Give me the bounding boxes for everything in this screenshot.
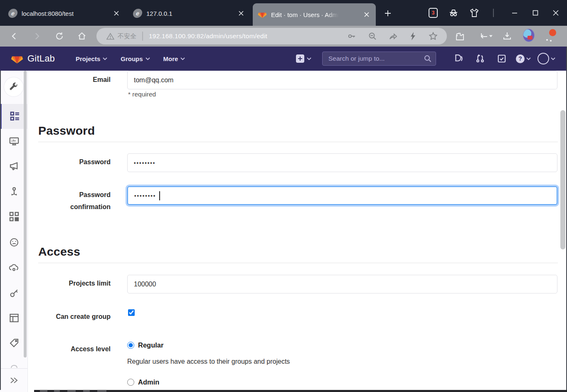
regular-option-description: Regular users have access to their group… bbox=[127, 358, 290, 365]
user-edit-form: Email * required Password Password Passw… bbox=[28, 71, 560, 392]
update-notification-badge bbox=[549, 29, 556, 36]
nav-more-menu[interactable]: More bbox=[158, 52, 190, 66]
password-confirmation-input[interactable] bbox=[127, 186, 557, 205]
reload-button[interactable] bbox=[54, 30, 65, 42]
projects-limit-input[interactable] bbox=[127, 275, 557, 293]
regular-radio[interactable] bbox=[127, 342, 134, 349]
browser-menu-button[interactable] bbox=[545, 30, 556, 42]
chevron-down-icon bbox=[307, 57, 311, 60]
address-bar[interactable]: 不安全 192.168.100.90:82/admin/users/tom/ed… bbox=[96, 28, 447, 44]
password-section-title: Password bbox=[38, 124, 95, 138]
tab-counter-extension-icon[interactable]: 3 bbox=[427, 7, 439, 19]
taskbar-sliver bbox=[34, 390, 567, 392]
chevron-down-icon bbox=[526, 57, 531, 60]
share-icon[interactable] bbox=[389, 32, 398, 41]
monitor-icon bbox=[9, 136, 19, 146]
sad-face-icon bbox=[9, 237, 19, 247]
tab-title: localhost:8080/test bbox=[22, 10, 74, 17]
gitlab-navbar: GitLab Projects Groups More bbox=[0, 47, 567, 71]
browser-titlebar: e localhost:8080/test e 127.0.0.1 bbox=[0, 0, 567, 26]
collections-undo-icon[interactable] bbox=[476, 30, 496, 42]
access-level-option-regular[interactable]: Regular bbox=[127, 341, 163, 349]
password-key-icon[interactable] bbox=[347, 32, 356, 41]
password-confirmation-label: Password bbox=[28, 191, 111, 199]
gitlab-logo[interactable]: GitLab bbox=[11, 53, 55, 65]
email-required-hint: * required bbox=[128, 91, 156, 98]
admin-radio-label: Admin bbox=[138, 378, 159, 386]
admin-radio[interactable] bbox=[127, 379, 134, 386]
forward-button[interactable] bbox=[31, 30, 43, 42]
back-button[interactable] bbox=[8, 30, 20, 42]
access-level-label: Access level bbox=[28, 345, 111, 353]
url-text[interactable]: 192.168.100.90:82/admin/users/tom/edit bbox=[149, 32, 267, 40]
access-level-option-admin[interactable]: Admin bbox=[127, 378, 159, 386]
cloud-gear-icon bbox=[9, 263, 19, 273]
sidebar-item-partial bbox=[11, 365, 17, 368]
global-search[interactable] bbox=[322, 52, 436, 66]
chevron-down-icon bbox=[489, 35, 493, 38]
minimize-button[interactable] bbox=[508, 7, 521, 19]
sidebar-scrollbar-thumb[interactable] bbox=[24, 71, 27, 357]
profile-avatar[interactable] bbox=[523, 30, 535, 41]
extensions-puzzle-icon[interactable] bbox=[454, 30, 466, 42]
downloads-icon[interactable] bbox=[501, 30, 513, 42]
user-avatar bbox=[537, 53, 549, 64]
email-input[interactable] bbox=[127, 71, 557, 89]
incognito-extension-icon[interactable] bbox=[447, 7, 460, 19]
projects-limit-label: Projects limit bbox=[28, 280, 111, 287]
chevrons-right-icon bbox=[9, 377, 18, 384]
tab-title: 127.0.0.1 bbox=[146, 10, 173, 17]
nav-projects-menu[interactable]: Projects bbox=[71, 52, 112, 66]
gitlab-favicon bbox=[258, 10, 267, 19]
window-left-edge bbox=[0, 71, 1, 390]
access-section-title: Access bbox=[38, 245, 80, 259]
home-button[interactable] bbox=[76, 30, 88, 42]
sidebar-item-admin-area[interactable] bbox=[4, 77, 23, 96]
security-status[interactable]: 不安全 bbox=[106, 32, 136, 40]
zoom-out-icon[interactable] bbox=[368, 32, 377, 41]
regular-radio-label: Regular bbox=[138, 341, 163, 349]
help-icon: ? bbox=[516, 54, 525, 63]
chevron-down-icon bbox=[551, 57, 555, 60]
todos-icon[interactable] bbox=[496, 53, 507, 64]
help-menu[interactable]: ? bbox=[516, 54, 531, 63]
tab-title: Edit · tom · Users · Admi bbox=[271, 11, 339, 18]
applications-grid-icon bbox=[9, 212, 19, 222]
section-divider bbox=[38, 263, 558, 263]
tab-close-icon[interactable] bbox=[362, 10, 371, 19]
issues-icon[interactable] bbox=[453, 53, 464, 64]
browser-tab-active[interactable]: Edit · tom · Users · Admi bbox=[253, 3, 376, 26]
page-scrollbar-thumb[interactable] bbox=[560, 110, 565, 249]
tab-close-icon[interactable] bbox=[237, 9, 245, 17]
browser-tab-1[interactable]: e localhost:8080/test bbox=[3, 4, 126, 22]
maximize-button[interactable] bbox=[529, 7, 542, 19]
plus-icon bbox=[296, 54, 304, 63]
can-create-group-label: Can create group bbox=[28, 313, 111, 321]
lightning-icon[interactable] bbox=[409, 32, 417, 41]
collapse-sidebar-button[interactable] bbox=[0, 368, 27, 392]
browser-tab-2[interactable]: e 127.0.0.1 bbox=[128, 4, 250, 22]
nav-groups-menu[interactable]: Groups bbox=[116, 52, 155, 66]
admin-sidebar bbox=[0, 71, 28, 392]
tab-close-icon[interactable] bbox=[112, 9, 121, 17]
hook-icon bbox=[9, 187, 19, 197]
wrench-icon bbox=[9, 82, 18, 91]
new-item-menu[interactable] bbox=[296, 54, 311, 63]
password-input[interactable] bbox=[127, 153, 557, 172]
tshirt-extension-icon[interactable] bbox=[468, 7, 481, 19]
email-label: Email bbox=[28, 76, 111, 84]
merge-requests-icon[interactable] bbox=[475, 53, 486, 64]
search-input[interactable] bbox=[323, 55, 424, 62]
new-tab-button[interactable] bbox=[382, 7, 394, 20]
favorite-star-icon[interactable] bbox=[429, 32, 438, 41]
browser-window: e localhost:8080/test e 127.0.0.1 bbox=[0, 0, 567, 392]
megaphone-icon bbox=[9, 161, 19, 171]
password-label: Password bbox=[28, 158, 111, 166]
user-menu[interactable] bbox=[537, 53, 555, 64]
gitlab-brand-text: GitLab bbox=[27, 53, 55, 64]
search-icon bbox=[424, 55, 431, 62]
addr-divider bbox=[142, 32, 143, 41]
close-window-button[interactable] bbox=[550, 7, 562, 19]
tag-icon bbox=[9, 338, 19, 348]
can-create-group-checkbox[interactable] bbox=[128, 309, 135, 316]
